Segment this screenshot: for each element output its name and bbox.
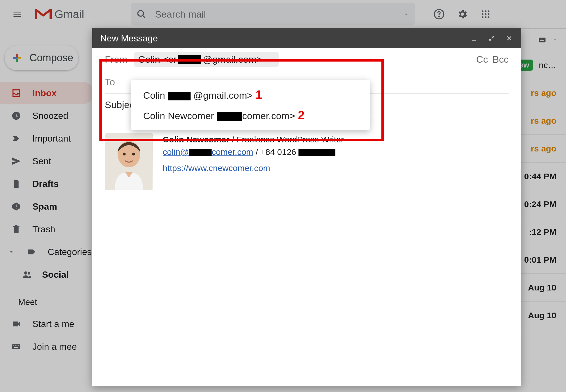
redacted-text	[178, 55, 201, 64]
svg-rect-27	[544, 39, 544, 39]
compose-title: New Message	[100, 33, 158, 44]
from-option[interactable]: Colin @gmail.com>1	[131, 85, 370, 105]
svg-point-2	[439, 16, 440, 17]
mail-time: 0:24 PM	[524, 199, 556, 209]
spam-icon	[11, 202, 21, 211]
meet-start[interactable]: Start a me	[0, 313, 94, 335]
svg-point-7	[485, 13, 486, 15]
mail-time: rs ago	[531, 144, 556, 153]
from-dropdown: Colin @gmail.com>1Colin Newcomer comer.c…	[131, 80, 370, 130]
annotation-number: 1	[256, 88, 262, 101]
svg-point-15	[24, 271, 27, 275]
send-icon	[11, 156, 21, 166]
sidebar-label: Inbox	[32, 88, 57, 98]
gmail-logo[interactable]: Gmail	[35, 7, 84, 21]
close-icon[interactable]	[505, 34, 513, 42]
cc-button[interactable]: Cc	[476, 54, 488, 65]
svg-rect-25	[541, 39, 542, 39]
svg-point-6	[482, 13, 484, 15]
redacted-text	[217, 112, 242, 121]
from-selector[interactable]: Colin <cr @gmail.com>	[134, 52, 278, 67]
from-option[interactable]: Colin Newcomer comer.com>2	[131, 105, 370, 125]
sidebar-label: Spam	[32, 201, 57, 212]
help-icon[interactable]	[433, 9, 445, 20]
svg-point-8	[488, 13, 490, 15]
signature-role: / Freelance WordPress Writer	[229, 135, 344, 144]
signature-email-link[interactable]: colin@comer.com	[163, 147, 253, 157]
signature-name: Colin Newcomer	[163, 135, 229, 144]
sidebar-item-social[interactable]: Social	[0, 263, 94, 286]
svg-rect-17	[12, 344, 20, 349]
sidebar: Compose InboxSnoozedImportantSentDraftsS…	[0, 28, 94, 392]
sidebar-label: Snoozed	[32, 111, 68, 121]
menu-icon[interactable]	[7, 4, 28, 24]
chevron-down-icon	[9, 249, 14, 255]
app-name: Gmail	[55, 8, 84, 21]
svg-point-16	[28, 272, 30, 275]
sidebar-item-important[interactable]: Important	[0, 127, 94, 150]
subject-label: Subjec	[105, 99, 134, 110]
redacted-text	[168, 92, 191, 100]
sidebar-item-drafts[interactable]: Drafts	[0, 172, 94, 195]
chevron-down-icon	[268, 57, 273, 62]
sidebar-label: Social	[42, 269, 69, 280]
svg-rect-21	[18, 345, 19, 346]
expand-icon[interactable]	[488, 34, 496, 42]
mail-time: rs ago	[531, 116, 556, 126]
bcc-button[interactable]: Bcc	[492, 54, 509, 65]
svg-rect-20	[16, 345, 17, 346]
toolbar-dropdown-icon[interactable]	[552, 37, 557, 43]
video-icon	[11, 319, 21, 329]
svg-rect-18	[13, 345, 14, 346]
to-label: To	[105, 77, 115, 88]
search-icon	[137, 9, 146, 19]
svg-rect-24	[540, 39, 540, 39]
svg-point-11	[488, 16, 490, 18]
apps-icon[interactable]	[480, 9, 491, 20]
sidebar-item-spam[interactable]: Spam	[0, 195, 94, 218]
sidebar-label: Sent	[32, 156, 51, 167]
mail-time: rs ago	[531, 88, 556, 98]
svg-point-5	[488, 10, 490, 12]
sidebar-item-trash[interactable]: Trash	[0, 218, 94, 241]
sidebar-item-sent[interactable]: Sent	[0, 150, 94, 172]
minimize-icon[interactable]	[470, 34, 478, 42]
important-icon	[11, 134, 21, 143]
inbox-icon	[11, 88, 21, 98]
svg-rect-14	[16, 208, 17, 208]
mail-time: Aug 10	[528, 283, 556, 292]
mail-time: :12 PM	[529, 227, 556, 237]
sidebar-item-snoozed[interactable]: Snoozed	[0, 104, 94, 127]
search-input[interactable]	[155, 9, 403, 20]
search-box[interactable]	[131, 3, 415, 26]
sidebar-item-categories[interactable]: Categories	[0, 241, 94, 263]
label-icon	[27, 247, 36, 257]
trash-icon	[11, 224, 21, 234]
sidebar-item-inbox[interactable]: Inbox	[0, 82, 94, 104]
input-mode-icon[interactable]	[537, 36, 547, 44]
redacted-text	[298, 149, 335, 156]
settings-icon[interactable]	[457, 9, 468, 20]
clock-icon	[11, 111, 21, 121]
sidebar-label: Categories	[48, 247, 92, 257]
svg-rect-22	[14, 347, 18, 348]
meet-join[interactable]: Join a mee	[0, 335, 94, 358]
compose-button[interactable]: Compose	[5, 45, 78, 70]
sidebar-label: Drafts	[32, 179, 59, 189]
svg-point-10	[485, 16, 486, 18]
mail-time: Aug 10	[528, 311, 556, 320]
svg-rect-23	[539, 37, 545, 42]
meet-header: Meet	[0, 286, 94, 313]
svg-rect-26	[542, 39, 543, 39]
search-dropdown-icon[interactable]	[403, 11, 409, 17]
file-icon	[11, 179, 21, 189]
keyboard-icon	[11, 342, 21, 351]
svg-point-3	[482, 10, 484, 12]
svg-point-31	[123, 153, 126, 155]
compose-titlebar: New Message	[92, 28, 521, 48]
svg-rect-19	[15, 345, 16, 346]
email-signature: Colin Newcomer / Freelance WordPress Wri…	[105, 133, 509, 190]
svg-rect-13	[16, 205, 17, 207]
avatar	[105, 133, 153, 190]
signature-website-link[interactable]: https://www.cnewcomer.com	[163, 163, 270, 173]
